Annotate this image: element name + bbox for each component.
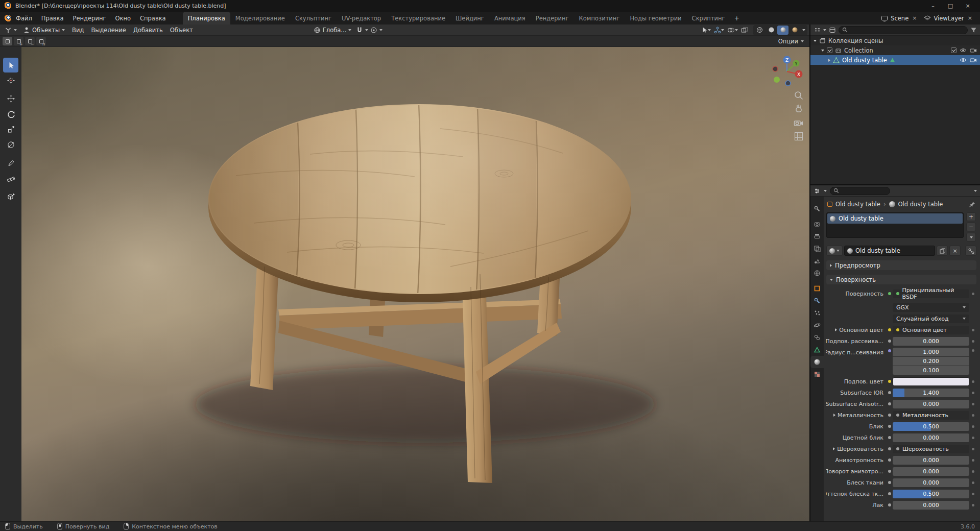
viewport-menu-item[interactable]: Объект [166, 27, 197, 34]
disable-render-camera-icon[interactable] [970, 57, 977, 63]
gizmo-x-label[interactable]: X [797, 72, 800, 77]
gizmo-z-label[interactable]: Z [785, 58, 788, 63]
blender-menu-icon[interactable] [4, 15, 11, 22]
decorator-dot[interactable] [972, 425, 974, 428]
view-layer-selector[interactable]: ViewLayer × [920, 13, 976, 23]
specular-tint-field[interactable]: 0.000 [893, 433, 969, 442]
expand-icon[interactable] [821, 50, 824, 52]
navigation-gizmo[interactable]: Z Y X [768, 53, 806, 90]
decorator-dot[interactable] [972, 403, 974, 405]
gizmo-y-label[interactable]: Y [795, 62, 798, 66]
remove-slot-button[interactable]: − [966, 223, 976, 231]
outliner-row-object[interactable]: Old dusty table [810, 55, 980, 65]
viewport-menu-item[interactable]: Выделение [87, 27, 130, 34]
menu-item[interactable]: Рендеринг [68, 12, 111, 25]
decorator-dot[interactable] [972, 504, 974, 506]
tab-world[interactable] [810, 267, 824, 279]
expand-icon[interactable] [833, 414, 835, 417]
properties-editor-icon[interactable] [814, 187, 821, 195]
viewport-menu-item[interactable]: Вид [68, 27, 87, 34]
pan-hand-button[interactable] [793, 103, 804, 114]
tab-output[interactable] [810, 230, 824, 243]
material-slot-list[interactable]: Old dusty table [826, 212, 964, 238]
tab-material[interactable] [810, 356, 824, 368]
scene-selector[interactable]: Scene × [877, 13, 920, 23]
select-mode-extend-button[interactable] [14, 37, 23, 45]
radius-y-field[interactable]: 0.200 [893, 357, 969, 366]
tool-measure[interactable] [3, 171, 18, 186]
outliner-editor-chevron[interactable] [823, 29, 826, 31]
tab-physics[interactable] [810, 319, 824, 331]
subsurface-ior-slider[interactable]: 1.400 [893, 389, 969, 397]
proportional-dropdown-chevron[interactable] [379, 29, 383, 31]
outliner-search-input[interactable] [839, 26, 968, 34]
select-mode-subtract-button[interactable] [25, 37, 35, 45]
workspace-tab[interactable]: Ноды геометрии [625, 12, 686, 25]
tab-texture[interactable] [810, 368, 824, 380]
outliner-row-scene-collection[interactable]: Коллекция сцены [810, 36, 980, 45]
tool-move[interactable] [3, 91, 18, 106]
transform-orientation-dropdown[interactable]: Глоба... [311, 25, 354, 35]
hide-eye-icon[interactable] [960, 48, 967, 53]
add-slot-button[interactable]: + [966, 212, 976, 221]
decorator-dot[interactable] [972, 481, 974, 484]
maximize-button[interactable]: □ [942, 0, 959, 12]
menu-item[interactable]: Окно [110, 12, 135, 25]
workspace-tab[interactable]: Текстурирование [386, 12, 450, 25]
radius-z-field[interactable]: 0.100 [893, 366, 969, 375]
menu-item[interactable]: Файл [11, 12, 37, 25]
clearcoat-field[interactable]: 0.000 [893, 501, 969, 510]
duplicate-material-button[interactable] [937, 246, 948, 256]
decorator-dot[interactable] [972, 392, 974, 394]
decorator-dot[interactable] [972, 293, 974, 295]
viewport-menu-item[interactable]: Добавить [130, 27, 166, 34]
sheen-field[interactable]: 0.000 [893, 478, 969, 487]
material-slot-selected[interactable]: Old dusty table [827, 213, 963, 224]
workspace-tab[interactable]: UV-редактор [337, 12, 386, 25]
breadcrumb-object[interactable]: Old dusty table [835, 201, 880, 208]
roughness-link-button[interactable]: Шероховатость [893, 445, 969, 453]
outliner-display-mode-icon[interactable] [829, 27, 836, 34]
snap-dropdown-chevron[interactable] [365, 29, 368, 31]
select-mode-intersect-button[interactable] [36, 37, 46, 45]
shading-dropdown-chevron[interactable] [802, 29, 805, 31]
filter-icon[interactable] [970, 27, 977, 33]
exclude-checkbox[interactable] [951, 47, 957, 53]
decorator-dot[interactable] [972, 329, 974, 331]
pin-icon[interactable] [969, 201, 975, 208]
metallic-link-button[interactable]: Металличность [893, 411, 969, 420]
viewport-canvas[interactable]: Z Y X [21, 47, 809, 521]
tab-constraints[interactable] [810, 331, 824, 344]
subsurface-anisotropy-field[interactable]: 0.000 [893, 400, 969, 408]
tab-view-layer[interactable] [810, 243, 824, 255]
shading-wireframe-button[interactable] [754, 26, 765, 35]
shading-solid-button[interactable] [766, 26, 777, 35]
zoom-button[interactable] [793, 90, 804, 101]
tool-select-box[interactable] [3, 58, 18, 73]
outliner-editor-icon[interactable] [814, 27, 821, 34]
properties-filter-chevron[interactable] [974, 190, 977, 192]
workspace-tab[interactable]: Композитинг [574, 12, 625, 25]
workspace-tab[interactable]: Моделирование [230, 12, 290, 25]
tool-rotate[interactable] [3, 107, 18, 122]
radius-x-field[interactable]: 1.000 [893, 348, 969, 356]
show-gizmos-toggle[interactable] [713, 25, 725, 35]
decorator-dot[interactable] [972, 414, 974, 417]
selectability-dropdown[interactable] [700, 25, 712, 35]
browse-material-button[interactable] [826, 246, 843, 256]
show-overlays-toggle[interactable] [726, 25, 739, 35]
decorator-dot[interactable] [972, 340, 974, 343]
options-dropdown[interactable]: Опции [775, 38, 807, 45]
tab-modifiers[interactable] [810, 295, 824, 307]
decorator-dot[interactable] [972, 349, 974, 352]
add-workspace-button[interactable]: + [730, 15, 744, 22]
tool-add-cube[interactable] [3, 189, 18, 204]
decorator-dot[interactable] [972, 380, 974, 383]
xray-toggle[interactable] [740, 25, 749, 35]
tab-render[interactable] [810, 218, 824, 230]
tab-tool[interactable] [810, 203, 824, 215]
anisotropic-rotation-field[interactable]: 0.000 [893, 467, 969, 476]
decorator-dot[interactable] [972, 470, 974, 473]
tool-transform[interactable] [3, 137, 18, 152]
workspace-tab[interactable]: Рендеринг [531, 12, 574, 25]
